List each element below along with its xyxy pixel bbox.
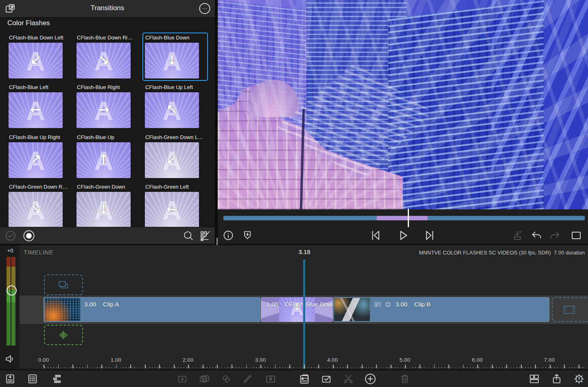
transition-tile[interactable]: CFlash-Green Down A ↓: [74, 182, 140, 230]
add-clip-button[interactable]: [363, 372, 377, 386]
project-manager-button[interactable]: [26, 372, 39, 386]
transition-duration: 1.00: [267, 301, 278, 308]
ruler-tick-label: 0.00: [38, 357, 49, 363]
volume-knob[interactable]: [7, 285, 17, 296]
timeline-playhead[interactable]: [303, 259, 305, 369]
add-marker-button[interactable]: [240, 228, 254, 242]
clip-attributes-button[interactable]: [297, 372, 311, 386]
redo-button[interactable]: [548, 228, 562, 242]
undo-button[interactable]: [529, 228, 543, 242]
share-export-button[interactable]: [550, 372, 564, 386]
ellipsis-glyph: ···: [202, 5, 208, 11]
insert-clip-button[interactable]: [175, 372, 189, 386]
multi-select-check-button[interactable]: [4, 229, 17, 243]
clip-name: Clip A: [103, 301, 119, 308]
delete-trash-button[interactable]: [398, 372, 412, 386]
search-button[interactable]: [181, 229, 195, 243]
ruler-tick-label: 6.00: [472, 357, 483, 363]
clip-a-thumbnail: [44, 298, 80, 321]
audio-meter-left: [7, 257, 11, 346]
overwrite-clip-button[interactable]: [197, 372, 211, 386]
bottom-toolbar: ?: [0, 370, 588, 387]
play-button[interactable]: [396, 228, 410, 242]
select-clips-button[interactable]: [319, 372, 333, 386]
scrubber-transition-segment: [377, 216, 428, 220]
ruler-tick-label: 2.00: [183, 357, 193, 363]
transition-tile[interactable]: CFlash-Green Down L… A ↙: [142, 132, 208, 180]
arrow-down-right-icon: ↘: [9, 201, 63, 217]
category-title: Color Flashes: [7, 19, 50, 27]
transition-tile[interactable]: CFlash-Blue Right A →: [74, 82, 140, 130]
video-preview[interactable]: [218, 0, 588, 209]
split-scissors-button[interactable]: [341, 372, 355, 386]
lumafusion-app: Transitions ··· Color Flashes CFlash-Blu…: [0, 0, 588, 387]
audio-meter-column: +0: [0, 245, 20, 369]
sort-filter-button[interactable]: [198, 229, 212, 243]
transition-tile[interactable]: CFlash-Green Down R… A ↘: [6, 182, 72, 230]
clip-duration: 3.00: [84, 301, 96, 308]
timeline-panel: +0 TIMELINE 3.18 MNNTVE COLOR FLASHES SC…: [0, 245, 588, 369]
audio-ducking-button[interactable]: [50, 372, 64, 386]
append-clip-placeholder[interactable]: [552, 297, 588, 322]
transition-tile-selected[interactable]: CFlash-Blue Down A ↓: [142, 33, 208, 81]
fullscreen-button[interactable]: [569, 228, 583, 242]
transition-tile[interactable]: CFlash-Blue Down Left A ↙: [6, 33, 72, 81]
timeline-label: TIMELINE: [24, 249, 53, 256]
transition-thumbnail: A ←: [145, 192, 199, 228]
transition-tile[interactable]: CFlash-Blue Left A ←: [6, 82, 72, 130]
transition-tile[interactable]: CFlash-Blue Up A ↑: [74, 132, 140, 180]
preview-panel: [218, 0, 588, 244]
record-voiceover-button[interactable]: [22, 229, 36, 243]
clip-duration: 3.00: [396, 301, 407, 308]
arrow-right-icon: →: [77, 101, 131, 117]
playhead-time: 3.18: [292, 248, 317, 255]
project-info: MNNTVE COLOR FLASHES SC VIDEOS (30 fps, …: [419, 250, 585, 256]
edit-pencil-button[interactable]: [241, 372, 255, 386]
arrow-up-icon: ↑: [77, 151, 131, 167]
link-clips-button[interactable]: [219, 372, 233, 386]
clip-b-thumbnail: [334, 298, 370, 321]
clip-name: Clip B: [414, 301, 431, 308]
ruler-tick-label: 5.00: [400, 357, 410, 363]
transition-thumbnail: A ↗: [9, 142, 63, 178]
render-preview-button[interactable]: [511, 228, 525, 242]
overlay-track-placeholder[interactable]: [44, 274, 83, 295]
clip-info-button[interactable]: [221, 228, 235, 242]
transition-tile[interactable]: CFlash-Blue Down Ri… A ↘: [74, 33, 140, 81]
skip-to-start-button[interactable]: [369, 228, 383, 242]
settings-help-button[interactable]: ?: [572, 372, 586, 386]
new-project-button[interactable]: [3, 372, 17, 386]
arrow-up-left-icon: ↖: [145, 101, 199, 117]
preview-playhead[interactable]: [408, 209, 409, 227]
timeline-transition-clip[interactable]: A ↓ 1.00 CFlash-Blue Down: [261, 297, 333, 322]
transition-thumbnail: A ↓: [145, 43, 199, 78]
transition-thumbnail: A →: [77, 92, 131, 128]
help-glyph: ?: [578, 376, 580, 381]
ruler-tick-label: 4.00: [327, 357, 338, 363]
more-options-button[interactable]: ···: [198, 2, 212, 15]
arrow-left-icon: ←: [145, 201, 199, 217]
panel-divider-vertical[interactable]: [215, 0, 218, 244]
transition-tile[interactable]: CFlash-Blue Up Left A ↖: [142, 82, 208, 130]
timeline-clip-b[interactable]: 3.00 Clip B: [333, 297, 549, 322]
transition-thumbnail: A ↘: [9, 192, 63, 228]
preview-scrubber[interactable]: [223, 216, 585, 220]
preset-favorite-button[interactable]: [264, 372, 278, 386]
transition-tile[interactable]: CFlash-Green Left A ←: [142, 182, 208, 230]
transition-thumbnail: A ↙: [9, 43, 63, 78]
arrow-down-left-icon: ↙: [145, 151, 199, 167]
skip-to-end-button[interactable]: [423, 228, 437, 242]
library-header: Transitions ···: [0, 0, 215, 17]
transition-thumbnail: A ←: [9, 92, 63, 128]
layout-switcher-button[interactable]: [527, 372, 541, 386]
arrow-down-right-icon: ↘: [77, 52, 131, 68]
audio-track-placeholder[interactable]: [44, 325, 83, 345]
arrow-up-right-icon: ↗: [9, 151, 63, 167]
mute-speaker-button[interactable]: [3, 352, 17, 366]
transition-tile[interactable]: CFlash-Blue Up Right A ↗: [6, 132, 72, 180]
ruler-tick-label: 7.00: [544, 357, 555, 363]
transition-thumbnail: A ↘: [77, 43, 131, 78]
timeline-clip-a[interactable]: 3.00 Clip A: [44, 297, 260, 322]
panel-resize-handle[interactable]: [216, 238, 218, 246]
transition-thumbnail: A ↙: [145, 142, 199, 178]
